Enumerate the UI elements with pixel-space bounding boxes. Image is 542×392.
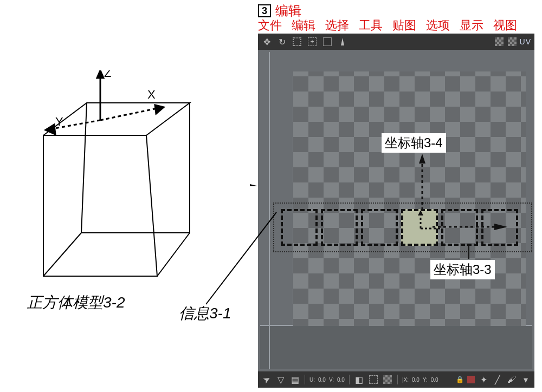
gizmo-y-arrow <box>418 154 426 210</box>
stack-icon[interactable]: ▤ <box>289 374 300 385</box>
menu-opt[interactable]: 选项 <box>426 17 450 34</box>
svg-marker-14 <box>419 154 425 164</box>
red-swatch[interactable] <box>467 376 475 383</box>
svg-marker-3 <box>155 105 164 114</box>
panel-number: 3 <box>258 4 271 17</box>
cursor-icon[interactable]: ➤ <box>259 372 274 387</box>
svg-marker-12 <box>494 224 507 230</box>
axis-y-label: Y <box>55 115 63 128</box>
axis-z-label: Z <box>104 70 111 80</box>
menu-file[interactable]: 文件 <box>258 17 282 34</box>
v-value: 0.0 <box>337 377 345 383</box>
menu-show[interactable]: 显示 <box>460 17 483 34</box>
v-label: V: <box>329 377 334 383</box>
move-icon[interactable]: ✥ <box>261 36 272 47</box>
callout-axis-33: 坐标轴3-3 <box>430 260 495 279</box>
line-icon[interactable]: ╱ <box>492 374 503 385</box>
tri-icon[interactable]: ▽ <box>275 374 286 385</box>
rect-icon[interactable] <box>322 36 333 47</box>
toolbar-top: ✥ ↻ UV <box>258 34 534 50</box>
menu-select[interactable]: 选择 <box>325 17 349 34</box>
uv-viewport[interactable]: 坐标轴3-4 坐标轴3-3 <box>260 52 532 369</box>
viewport-axis-v <box>269 52 270 369</box>
menu-bar: 文件 编辑 选择 工具 贴图 选项 显示 视图 <box>258 17 517 34</box>
uv-editor-panel: ✥ ↻ UV <box>258 34 534 388</box>
lock-icon[interactable]: 🔒 <box>456 376 464 383</box>
uv-mode-label[interactable]: UV <box>520 37 531 46</box>
info-pointer <box>195 212 282 310</box>
brush-icon[interactable] <box>337 36 348 47</box>
wand-icon[interactable]: ✦ <box>478 374 489 385</box>
cube-icon[interactable]: ◧ <box>354 374 365 385</box>
grid-alt-icon[interactable] <box>507 36 518 47</box>
uv-face-0[interactable] <box>281 209 318 246</box>
x-value: 0.0 <box>412 377 420 383</box>
x-label: |X: <box>402 377 409 383</box>
dashbox-icon[interactable] <box>368 374 379 385</box>
y-label: Y: <box>423 377 428 383</box>
select-box-icon[interactable] <box>292 36 302 47</box>
menu-tex[interactable]: 贴图 <box>392 17 416 34</box>
svg-line-2 <box>100 108 157 120</box>
grid-icon[interactable] <box>494 36 505 47</box>
svg-marker-1 <box>97 70 104 78</box>
menu-view[interactable]: 视图 <box>493 17 517 34</box>
y-value: 0.0 <box>431 377 438 383</box>
gizmo-x-arrow <box>433 223 508 231</box>
menu-tool[interactable]: 工具 <box>359 17 383 34</box>
grid3-icon[interactable] <box>382 374 393 385</box>
info-caption: 信息3-1 <box>179 303 231 324</box>
checker-0-1-square <box>293 71 526 326</box>
u-label: U: <box>309 377 315 383</box>
select-add-icon[interactable] <box>307 36 318 47</box>
rotate-icon[interactable]: ↻ <box>276 36 287 47</box>
chev-icon[interactable]: ▾ <box>520 374 531 385</box>
cube-svg: Z X Y <box>22 70 217 292</box>
u-value: 0.0 <box>318 377 326 383</box>
uv-face-1[interactable] <box>321 209 358 246</box>
svg-line-16 <box>206 212 276 304</box>
cube-caption: 正方体模型3-2 <box>27 292 125 313</box>
axis-x-label: X <box>147 88 156 101</box>
svg-marker-9 <box>418 211 423 215</box>
callout-33-pointer <box>466 245 475 261</box>
uv-face-2[interactable] <box>361 209 398 246</box>
link-arrow <box>154 184 263 186</box>
callout-axis-34: 坐标轴3-4 <box>382 133 446 153</box>
viewport-below-axis <box>260 326 532 369</box>
paint-icon[interactable]: 🖌 <box>506 374 517 385</box>
toolbar-bottom: ➤ ▽ ▤ U: 0.0 V: 0.0 ◧ |X: 0.0 Y: 0.0 🔒 ✦… <box>258 371 534 388</box>
menu-edit[interactable]: 编辑 <box>292 17 315 34</box>
